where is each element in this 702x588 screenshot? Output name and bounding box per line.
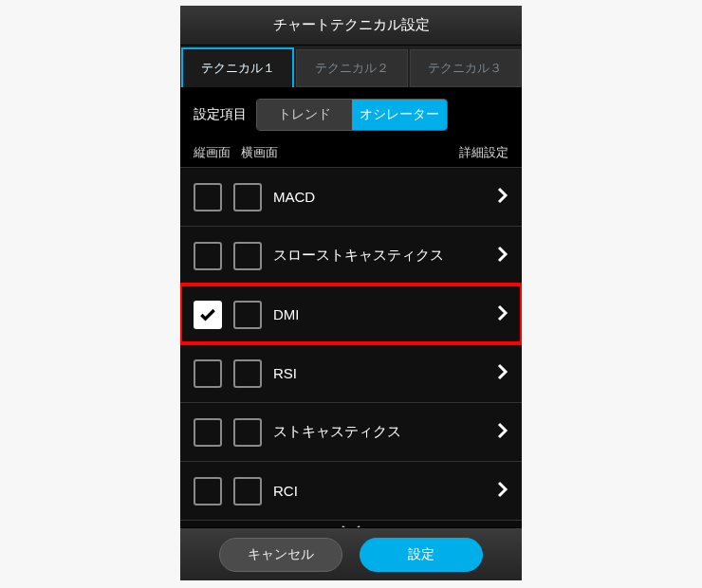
landscape-checkbox[interactable] [233,183,262,211]
indicator-row[interactable]: スローストキャスティクス [180,226,522,285]
settings-row: 設定項目 トレンド オシレーター [180,87,522,140]
indicator-label: DMI [273,306,497,322]
indicator-label: スローストキャスティクス [273,247,497,265]
indicator-row[interactable]: RSI [180,343,522,402]
landscape-checkbox[interactable] [233,301,262,329]
chevron-right-icon [497,246,508,266]
landscape-checkbox[interactable] [233,418,262,447]
footer: キャンセル 設定 [180,527,522,580]
column-detail: 詳細設定 [459,144,508,161]
column-landscape: 横画面 [241,144,298,161]
phone-panel: チャートテクニカル設定 テクニカル１ テクニカル２ テクニカル３ 設定項目 トレ… [180,6,522,580]
button-label: 設定 [408,546,434,563]
indicator-label: ストキャスティクス [273,423,497,441]
settings-label: 設定項目 [194,106,247,123]
indicator-label: RCI [273,483,497,499]
segment-oscillator[interactable]: オシレーター [352,100,447,130]
ok-button[interactable]: 設定 [360,538,483,572]
indicator-row[interactable]: MACD [180,167,522,226]
button-label: キャンセル [248,546,314,563]
chevron-right-icon [497,363,508,384]
page-title: チャートテクニカル設定 [180,6,522,46]
indicator-type-segmented: トレンド オシレーター [256,99,448,131]
tab-technical-2[interactable]: テクニカル２ [296,49,407,87]
chevron-right-icon [497,422,508,443]
portrait-checkbox[interactable] [194,418,222,447]
landscape-checkbox[interactable] [233,359,262,388]
chevron-right-icon [497,304,508,325]
tab-technical-1[interactable]: テクニカル１ [181,47,294,87]
portrait-checkbox[interactable] [194,301,222,329]
indicator-row[interactable]: ストキャスティクス [180,402,522,461]
chevron-right-icon [497,481,508,502]
tab-label: テクニカル２ [315,60,389,77]
segment-trend[interactable]: トレンド [257,100,352,130]
technical-tabs: テクニカル１ テクニカル２ テクニカル３ [180,46,522,87]
indicator-row[interactable]: RCI [180,461,522,520]
indicator-label: RSI [273,365,497,381]
landscape-checkbox[interactable] [233,242,262,270]
portrait-checkbox[interactable] [194,477,222,505]
indicator-row[interactable]: DMI [180,285,522,343]
column-portrait: 縦画面 [194,144,241,161]
portrait-checkbox[interactable] [194,242,222,270]
tab-label: テクニカル３ [428,60,502,77]
segment-label: オシレーター [360,106,439,123]
portrait-checkbox[interactable] [194,359,222,388]
landscape-checkbox[interactable] [233,477,262,505]
tab-label: テクニカル１ [201,60,275,77]
cancel-button[interactable]: キャンセル [219,538,342,572]
portrait-checkbox[interactable] [194,183,222,211]
indicator-label: MACD [273,189,497,205]
chevron-down-icon[interactable] [180,520,522,527]
indicator-list: MACD スローストキャスティクス DMI RSI [180,167,522,527]
tab-technical-3[interactable]: テクニカル３ [410,49,521,87]
column-header: 縦画面 横画面 詳細設定 [180,140,522,167]
segment-label: トレンド [278,106,331,123]
chevron-right-icon [497,187,508,208]
